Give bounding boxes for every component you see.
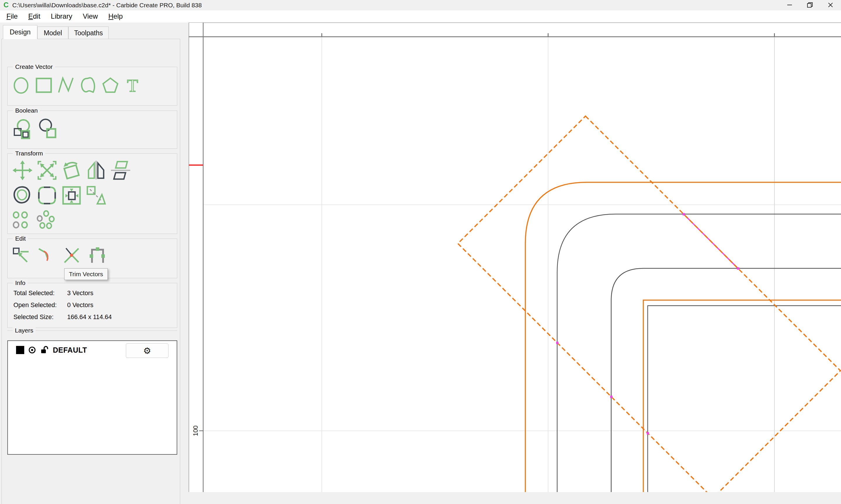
trim-vectors-tooltip: Trim Vectors bbox=[64, 268, 108, 280]
boolean-union-icon bbox=[12, 119, 33, 140]
rotate-icon bbox=[61, 160, 82, 181]
menu-library[interactable]: Library bbox=[47, 12, 76, 20]
minimize-button[interactable] bbox=[781, 0, 799, 10]
info-open-selected: Open Selected: 0 Vectors bbox=[7, 299, 177, 311]
visibility-eye-icon[interactable] bbox=[28, 346, 36, 354]
menu-bar: File Edit Library View Help bbox=[0, 10, 841, 22]
layer-name: DEFAULT bbox=[53, 346, 87, 354]
layer-settings-button[interactable]: ⚙ bbox=[126, 343, 169, 358]
flip-vertical-icon bbox=[110, 160, 132, 181]
edit-nodes-icon bbox=[12, 245, 33, 266]
canvas-background bbox=[189, 22, 841, 492]
title-bar: C C:\Users\willa\Downloads\base.c2d* - C… bbox=[0, 0, 841, 10]
grid-array-icon bbox=[12, 211, 30, 230]
tab-model[interactable]: Model bbox=[37, 26, 68, 39]
edit-label: Edit bbox=[13, 235, 28, 242]
boolean-subtract-icon bbox=[38, 119, 59, 140]
rectangle-icon bbox=[34, 76, 53, 94]
polygon-icon bbox=[101, 76, 120, 94]
polygon-tool-button[interactable] bbox=[101, 76, 120, 94]
close-button[interactable] bbox=[822, 0, 839, 10]
move-icon bbox=[12, 160, 33, 181]
transform-group: Transform bbox=[7, 154, 177, 234]
svg-text:T: T bbox=[127, 76, 138, 94]
round-corners-tool-button[interactable] bbox=[36, 185, 58, 206]
scale-icon bbox=[36, 160, 58, 181]
curve-tool-button[interactable] bbox=[79, 76, 98, 94]
close-icon bbox=[827, 2, 834, 8]
text-icon: T bbox=[123, 76, 142, 94]
circle-tool-button[interactable] bbox=[12, 76, 31, 94]
polyline-tool-button[interactable] bbox=[57, 76, 75, 94]
info-group: Info Total Selected: 3 Vectors Open Sele… bbox=[7, 283, 177, 328]
circular-array-icon bbox=[36, 210, 55, 230]
restore-button[interactable] bbox=[801, 0, 819, 10]
mirror-horizontal-tool-button[interactable] bbox=[85, 160, 107, 181]
fit-to-stock-icon bbox=[61, 185, 82, 206]
round-corners-icon bbox=[36, 185, 58, 206]
app-logo-icon: C bbox=[3, 1, 8, 9]
menu-view[interactable]: View bbox=[79, 12, 102, 20]
menu-help[interactable]: Help bbox=[104, 12, 127, 20]
layers-label: Layers bbox=[13, 327, 36, 334]
rotate-tool-button[interactable] bbox=[61, 160, 82, 181]
create-vector-group: Create Vector bbox=[7, 67, 177, 106]
move-tool-button[interactable] bbox=[12, 160, 33, 181]
unlock-icon[interactable] bbox=[40, 346, 49, 354]
boolean-group: Boolean bbox=[7, 110, 177, 149]
ruler-label-100: 100 bbox=[192, 426, 199, 436]
window-title: C:\Users\willa\Downloads\base.c2d* - Car… bbox=[12, 2, 202, 9]
layer-row-default[interactable]: DEFAULT ⚙ bbox=[8, 341, 177, 359]
polyline-icon bbox=[57, 76, 75, 94]
trim-vectors-tool-button[interactable] bbox=[62, 245, 83, 266]
menu-edit[interactable]: Edit bbox=[24, 12, 45, 20]
text-tool-button[interactable]: T bbox=[123, 76, 142, 94]
skew-tool-button[interactable] bbox=[85, 185, 107, 206]
boolean-union-button[interactable] bbox=[12, 119, 33, 140]
fair-curve-icon bbox=[37, 245, 58, 266]
transform-label: Transform bbox=[13, 150, 45, 157]
info-selected-size: Selected Size: 166.64 x 114.64 bbox=[7, 311, 177, 323]
skew-icon bbox=[85, 185, 107, 206]
join-vectors-icon bbox=[87, 245, 108, 266]
curve-icon bbox=[79, 76, 98, 94]
trim-vectors-icon bbox=[62, 245, 83, 266]
flip-vertical-tool-button[interactable] bbox=[110, 160, 132, 181]
create-vector-label: Create Vector bbox=[13, 63, 55, 70]
info-total-selected: Total Selected: 3 Vectors bbox=[7, 287, 177, 299]
offset-tool-button[interactable] bbox=[12, 185, 33, 206]
join-vectors-tool-button[interactable] bbox=[87, 245, 108, 266]
rectangle-tool-button[interactable] bbox=[34, 76, 53, 94]
boolean-label: Boolean bbox=[13, 107, 40, 114]
circular-array-tool-button[interactable] bbox=[36, 210, 55, 230]
layer-color-swatch[interactable] bbox=[16, 346, 24, 354]
vertical-ruler[interactable]: 100 bbox=[189, 23, 203, 492]
gear-icon: ⚙ bbox=[143, 346, 151, 356]
minimize-icon bbox=[786, 2, 793, 8]
layers-list: DEFAULT ⚙ bbox=[7, 340, 177, 455]
tab-design[interactable]: Design bbox=[3, 25, 37, 39]
offset-icon bbox=[12, 185, 33, 206]
sidebar: Design Model Toolpaths Create Vector bbox=[0, 22, 189, 504]
boolean-subtract-button[interactable] bbox=[38, 119, 59, 140]
menu-file[interactable]: File bbox=[2, 12, 22, 20]
fair-curve-tool-button[interactable] bbox=[37, 245, 58, 266]
design-canvas[interactable]: 100 bbox=[189, 22, 841, 492]
tab-toolpaths[interactable]: Toolpaths bbox=[68, 26, 109, 39]
info-label: Info bbox=[13, 280, 28, 286]
grid-array-tool-button[interactable] bbox=[12, 211, 30, 230]
fit-to-stock-tool-button[interactable] bbox=[61, 185, 82, 206]
circle-icon bbox=[12, 76, 31, 94]
edit-nodes-tool-button[interactable] bbox=[12, 245, 33, 266]
mirror-horizontal-icon bbox=[85, 160, 107, 181]
scale-tool-button[interactable] bbox=[36, 160, 58, 181]
restore-icon bbox=[807, 1, 813, 8]
